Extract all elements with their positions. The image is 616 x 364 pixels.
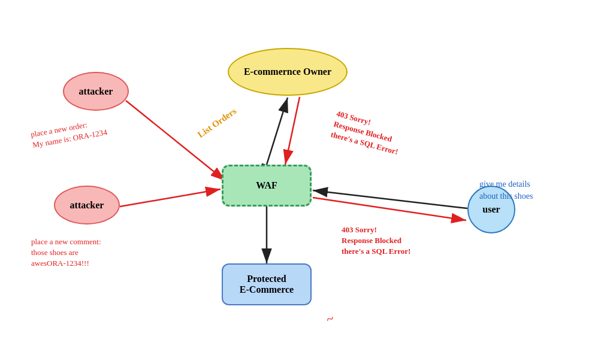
- diagram: attacker attacker E-commernce Owner WAF …: [0, 0, 616, 364]
- attacker-bottom-node: attacker: [54, 186, 120, 225]
- svg-line-5: [267, 98, 288, 165]
- waf-node: WAF: [222, 165, 312, 207]
- ecommerce-owner-label: E-commernce Owner: [244, 66, 331, 77]
- attacker-top-node: attacker: [63, 72, 129, 111]
- svg-line-3: [126, 101, 225, 181]
- svg-line-4: [120, 189, 221, 207]
- svg-line-9: [285, 97, 300, 165]
- list-orders-label: List Orders: [195, 105, 239, 141]
- decorative-squiggle: ~: [324, 311, 336, 328]
- ecommerce-owner-node: E-commernce Owner: [228, 48, 348, 96]
- attacker-top-label: attacker: [79, 86, 113, 97]
- protected-ecommerce-label: ProtectedE-Commerce: [240, 274, 294, 295]
- svg-line-8: [313, 198, 466, 220]
- attacker-bottom-label: attacker: [70, 200, 104, 211]
- attacker-top-message: place a new order:My name is: ORA-1234: [30, 116, 108, 151]
- protected-ecommerce-node: ProtectedE-Commerce: [222, 263, 312, 305]
- svg-line-7: [313, 190, 467, 208]
- waf-label: WAF: [256, 180, 277, 191]
- user-message-label: give me detailsabout this shoes: [479, 178, 533, 202]
- blocked-top-label: 403 Sorry!Response Blockedthere's a SQL …: [330, 108, 405, 158]
- user-label: user: [482, 204, 500, 215]
- blocked-bottom-label: 403 Sorry!Response Blockedthere's a SQL …: [342, 225, 410, 257]
- attacker-bottom-message: place a new comment:those shoes areawesO…: [31, 236, 101, 269]
